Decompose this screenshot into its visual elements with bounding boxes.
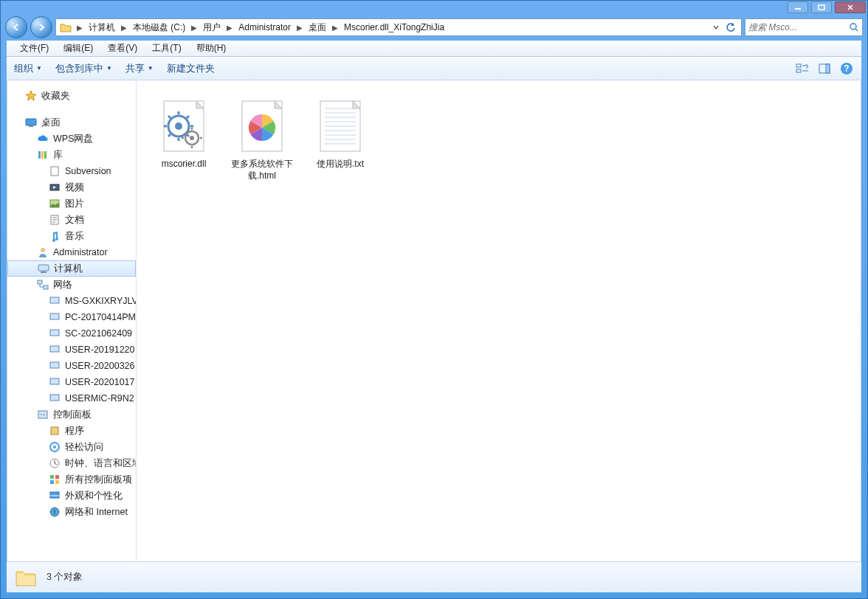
sidebar-network[interactable]: 网络	[7, 277, 136, 293]
file-html[interactable]: 更多系统软件下载.html	[228, 94, 296, 184]
sidebar-network-pc[interactable]: PC-20170414PM	[7, 309, 136, 325]
close-button[interactable]	[835, 1, 866, 13]
sidebar-netinternet[interactable]: 网络和 Internet	[7, 504, 136, 520]
ease-icon	[49, 441, 61, 453]
menu-help[interactable]: 帮助(H)	[189, 41, 234, 56]
sidebar-favorites[interactable]: 收藏夹	[7, 88, 136, 104]
svg-rect-14	[51, 167, 58, 176]
file-dll[interactable]: mscorier.dll	[150, 94, 218, 173]
file-label: 更多系统软件下载.html	[231, 159, 293, 181]
breadcrumb-item[interactable]: 桌面	[306, 19, 329, 35]
svg-rect-10	[29, 125, 33, 127]
svg-point-19	[41, 248, 45, 252]
search-box[interactable]	[745, 18, 863, 36]
svg-rect-34	[51, 427, 58, 434]
svg-rect-20	[38, 265, 49, 271]
status-bar: 3 个对象	[7, 561, 861, 592]
svg-point-46	[175, 122, 182, 130]
video-icon	[49, 181, 61, 193]
svg-rect-0	[795, 8, 801, 10]
folder-large-icon	[14, 566, 38, 589]
breadcrumb-item[interactable]: Mscorier.dll_XiTongZhiJia	[341, 19, 447, 35]
star-icon	[25, 90, 37, 102]
svg-rect-4	[796, 69, 801, 72]
sidebar-appearance[interactable]: 外观和个性化	[7, 488, 136, 504]
pc-icon	[49, 392, 61, 404]
svg-rect-31	[38, 411, 47, 418]
svg-rect-1	[819, 5, 824, 10]
menu-file[interactable]: 文件(F)	[13, 41, 56, 56]
help-icon[interactable]: ?	[839, 61, 854, 76]
sidebar-video[interactable]: 视频	[7, 179, 136, 195]
sidebar-network-pc[interactable]: USER-20200326	[7, 358, 136, 374]
titlebar	[1, 1, 867, 14]
svg-rect-22	[38, 280, 42, 284]
svg-rect-12	[41, 151, 44, 159]
menu-view[interactable]: 查看(V)	[100, 41, 145, 56]
music-icon	[49, 230, 61, 242]
preview-pane-button[interactable]	[817, 61, 832, 76]
sidebar-network-pc[interactable]: USER-20191220	[7, 342, 136, 358]
sidebar-clock[interactable]: 时钟、语言和区域	[7, 455, 136, 471]
sidebar-library[interactable]: 库	[7, 147, 136, 163]
file-txt[interactable]: 使用说明.txt	[306, 94, 374, 173]
sidebar-allitems[interactable]: 所有控制面板项	[7, 471, 136, 488]
view-mode-button[interactable]	[795, 61, 810, 76]
menu-tools[interactable]: 工具(T)	[145, 41, 188, 56]
breadcrumb-item[interactable]: 用户	[200, 19, 224, 35]
sidebar-network-pc[interactable]: USER-20201017	[7, 374, 136, 390]
pictures-icon	[49, 198, 61, 210]
include-library-button[interactable]: 包含到库中▼	[55, 62, 112, 75]
back-button[interactable]	[5, 16, 27, 38]
organize-button[interactable]: 组织▼	[14, 62, 42, 75]
forward-button[interactable]	[30, 16, 52, 38]
new-folder-button[interactable]: 新建文件夹	[167, 62, 215, 75]
sidebar-music[interactable]: 音乐	[7, 228, 136, 244]
controlpanel-icon	[37, 409, 49, 420]
sidebar-administrator[interactable]: Administrator	[7, 244, 136, 260]
minimize-button[interactable]	[788, 1, 808, 13]
svg-rect-39	[55, 475, 59, 479]
clock-icon	[49, 457, 61, 469]
html-icon	[235, 97, 289, 156]
sidebar-wps[interactable]: WPS网盘	[7, 131, 136, 147]
programs-icon	[49, 425, 61, 437]
file-icon	[49, 165, 61, 177]
sidebar-control-panel[interactable]: 控制面板	[7, 406, 136, 423]
refresh-icon[interactable]	[723, 20, 738, 35]
chevron-right-icon: ▶	[227, 24, 232, 32]
menu-edit[interactable]: 编辑(E)	[56, 41, 100, 56]
sidebar-desktop[interactable]: 桌面	[7, 114, 136, 131]
svg-rect-11	[38, 151, 41, 159]
nav-bar: ▶ 计算机 ▶ 本地磁盘 (C:) ▶ 用户 ▶ Administrator ▶…	[1, 14, 867, 41]
sidebar-computer[interactable]: 计算机	[7, 260, 136, 277]
svg-rect-24	[50, 297, 59, 303]
chevron-down-icon: ▼	[106, 65, 112, 72]
sidebar: 收藏夹 桌面 WPS网盘 库 Subversion 视频 图片 文档 音乐 Ad…	[7, 80, 137, 561]
address-bar[interactable]: ▶ 计算机 ▶ 本地磁盘 (C:) ▶ 用户 ▶ Administrator ▶…	[55, 18, 742, 36]
sidebar-pictures[interactable]: 图片	[7, 195, 136, 212]
sidebar-programs[interactable]: 程序	[7, 423, 136, 439]
svg-rect-28	[50, 362, 59, 368]
dropdown-icon[interactable]	[709, 20, 723, 35]
svg-rect-23	[44, 285, 48, 289]
pc-icon	[49, 344, 61, 356]
pc-icon	[49, 328, 61, 339]
sidebar-network-pc[interactable]: MS-GXKIXRYJLV	[7, 293, 136, 309]
svg-rect-3	[796, 64, 801, 67]
cloud-icon	[37, 133, 49, 145]
breadcrumb-item[interactable]: Administrator	[235, 19, 294, 35]
sidebar-network-pc[interactable]: USERMIC-R9N2	[7, 390, 136, 406]
svg-point-2	[850, 24, 856, 30]
share-button[interactable]: 共享▼	[125, 62, 154, 75]
sidebar-documents[interactable]: 文档	[7, 212, 136, 228]
chevron-right-icon: ▶	[77, 24, 83, 32]
sidebar-ease[interactable]: 轻松访问	[7, 439, 136, 455]
maximize-button[interactable]	[811, 1, 832, 13]
sidebar-network-pc[interactable]: SC-2021062409	[7, 325, 136, 342]
sidebar-subversion[interactable]: Subversion	[7, 163, 136, 179]
breadcrumb-item[interactable]: 计算机	[86, 19, 118, 35]
breadcrumb-item[interactable]: 本地磁盘 (C:)	[130, 19, 188, 35]
search-input[interactable]	[748, 22, 849, 32]
file-pane[interactable]: mscorier.dll 更多系统软件下载.html 使用说明.txt	[137, 80, 861, 561]
